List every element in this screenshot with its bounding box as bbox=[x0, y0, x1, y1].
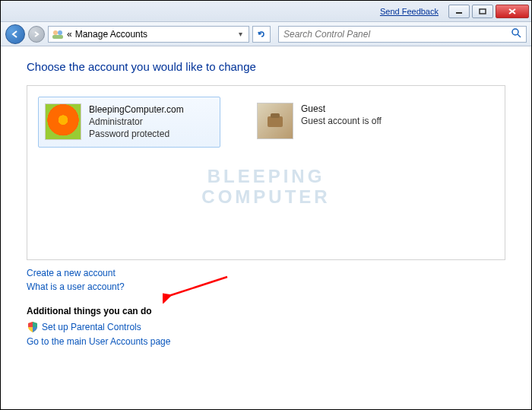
address-dropdown-icon[interactable]: ▾ bbox=[236, 30, 245, 38]
watermark: BLEEPINGCOMPUTER bbox=[201, 167, 330, 207]
account-info: Guest Guest account is off bbox=[301, 103, 382, 141]
user-accounts-icon bbox=[52, 28, 64, 40]
search-box[interactable] bbox=[278, 26, 527, 43]
main-user-accounts-link[interactable]: Go to the main User Accounts page bbox=[27, 336, 505, 347]
refresh-button[interactable] bbox=[252, 26, 271, 43]
minimize-button[interactable] bbox=[448, 5, 470, 18]
search-icon bbox=[511, 27, 521, 40]
account-status: Password protected bbox=[89, 128, 184, 140]
back-button[interactable] bbox=[5, 24, 25, 44]
account-tile-primary[interactable]: BleepingComputer.com Administrator Passw… bbox=[38, 97, 220, 148]
search-input[interactable] bbox=[283, 29, 508, 40]
accounts-container: BleepingComputer.com Administrator Passw… bbox=[27, 85, 505, 260]
avatar-icon bbox=[45, 103, 81, 140]
account-role: Guest account is off bbox=[301, 115, 382, 127]
account-tile-guest[interactable]: Guest Guest account is off bbox=[251, 97, 433, 148]
primary-links: Create a new account What is a user acco… bbox=[27, 268, 505, 292]
svg-point-7 bbox=[512, 29, 518, 35]
parental-controls-link[interactable]: Set up Parental Controls bbox=[42, 322, 141, 332]
svg-point-4 bbox=[53, 30, 58, 35]
svg-rect-10 bbox=[271, 113, 280, 118]
svg-point-5 bbox=[58, 30, 62, 35]
account-name: BleepingComputer.com bbox=[89, 103, 184, 116]
what-is-account-link[interactable]: What is a user account? bbox=[27, 281, 505, 292]
account-role: Administrator bbox=[89, 116, 184, 128]
shield-icon bbox=[27, 321, 39, 333]
svg-line-8 bbox=[518, 34, 521, 37]
avatar-icon bbox=[257, 103, 293, 139]
send-feedback-link[interactable]: Send Feedback bbox=[380, 7, 439, 16]
account-info: BleepingComputer.com Administrator Passw… bbox=[89, 103, 184, 141]
breadcrumb-current: Manage Accounts bbox=[75, 29, 147, 40]
nav-bar: « Manage Accounts ▾ bbox=[1, 22, 531, 46]
maximize-button[interactable] bbox=[472, 5, 493, 18]
svg-rect-1 bbox=[480, 9, 486, 14]
forward-button[interactable] bbox=[28, 26, 45, 43]
close-button[interactable] bbox=[496, 5, 529, 18]
create-account-link[interactable]: Create a new account bbox=[27, 268, 505, 278]
breadcrumb-prefix: « bbox=[67, 29, 72, 40]
svg-rect-6 bbox=[52, 35, 63, 39]
address-bar[interactable]: « Manage Accounts ▾ bbox=[48, 26, 249, 43]
additional-heading: Additional things you can do bbox=[27, 306, 505, 316]
window-titlebar: Send Feedback bbox=[1, 1, 531, 22]
account-name: Guest bbox=[301, 103, 382, 115]
content-area: Choose the account you would like to cha… bbox=[1, 46, 531, 364]
svg-rect-9 bbox=[268, 116, 283, 127]
page-heading: Choose the account you would like to cha… bbox=[27, 60, 505, 73]
